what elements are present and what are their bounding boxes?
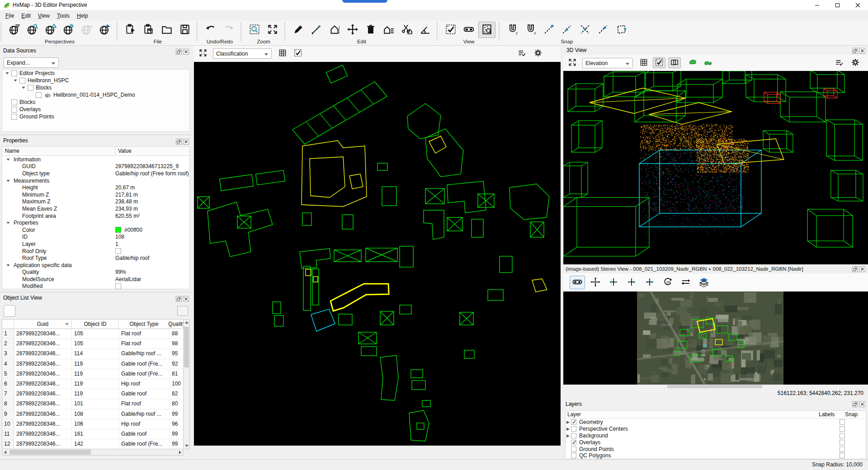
close-panel-icon[interactable] bbox=[859, 401, 865, 407]
view3d-viewport[interactable] bbox=[563, 71, 868, 264]
color-swatch[interactable] bbox=[115, 227, 121, 233]
menu-view[interactable]: View bbox=[34, 11, 53, 20]
tree-expand-icon[interactable] bbox=[5, 71, 9, 75]
float-panel-icon[interactable] bbox=[176, 48, 182, 54]
rotate-180-button[interactable]: 180 bbox=[660, 276, 675, 289]
labels-checkbox[interactable] bbox=[840, 440, 845, 445]
zoom-fit-2d-button[interactable] bbox=[197, 48, 209, 59]
float-panel-icon[interactable] bbox=[852, 266, 858, 272]
zoom-fit-button[interactable] bbox=[264, 22, 281, 38]
measure-angle-button[interactable] bbox=[416, 22, 434, 38]
tree-item-heilbronn-hspc[interactable]: Heilbronn_HSPC bbox=[2, 77, 189, 84]
zoom-fit-3d-button[interactable] bbox=[566, 57, 579, 68]
layers-col-layer[interactable]: Layer bbox=[566, 411, 818, 418]
tree-checkbox[interactable] bbox=[36, 92, 42, 98]
properties-col-value[interactable]: Value bbox=[115, 147, 134, 155]
new-building-button[interactable] bbox=[326, 22, 343, 38]
zoom-window-button[interactable] bbox=[246, 22, 263, 38]
layer-checkbox[interactable] bbox=[571, 446, 576, 452]
object-row-8[interactable]: 8 2879892208346... 101 Flat roof 80 bbox=[2, 399, 183, 409]
property-row-color[interactable]: Color#00ff00 bbox=[2, 226, 189, 234]
tree-checkbox[interactable] bbox=[19, 78, 25, 84]
property-row-modelsource[interactable]: ModelSourceAerialLidar bbox=[2, 276, 189, 283]
move-cursor-button[interactable] bbox=[588, 276, 603, 289]
property-row-roof-type[interactable]: Roof TypeGable/hip roof bbox=[2, 254, 189, 262]
object-table-hscrollbar[interactable] bbox=[2, 449, 184, 456]
property-row-information[interactable]: Information bbox=[2, 156, 189, 163]
property-row-maximum-z[interactable]: Maximum Z238,48 m bbox=[2, 198, 189, 206]
property-row-height[interactable]: Height20,67 m bbox=[2, 184, 189, 191]
labels-checkbox[interactable] bbox=[840, 419, 845, 425]
object-row-4[interactable]: 4 2879892208346... 119 Gable roof (Fre..… bbox=[2, 359, 183, 369]
col-quality[interactable]: Quality bbox=[170, 320, 184, 329]
object-row-2[interactable]: 2 2879892208346... 105 Flat roof 98 bbox=[2, 339, 183, 349]
property-row-properties[interactable]: Properties bbox=[2, 219, 189, 226]
layer-row-perspective-centers[interactable]: ▶ Perspective Centers bbox=[566, 426, 866, 432]
layers-col-labels[interactable]: Labels bbox=[818, 411, 844, 418]
globe-settings-button[interactable] bbox=[60, 22, 77, 38]
layer-row-ground-points[interactable]: Ground Points bbox=[566, 446, 866, 452]
overlay-layers-button[interactable] bbox=[696, 276, 712, 289]
classification-display-2d-button[interactable] bbox=[292, 48, 304, 59]
snap-midpoint-button[interactable] bbox=[558, 22, 576, 38]
maximize-button[interactable] bbox=[827, 0, 848, 10]
layer-checkbox[interactable] bbox=[571, 440, 576, 445]
col-object-id[interactable]: Object ID bbox=[72, 320, 119, 329]
layer-checkbox[interactable] bbox=[571, 453, 576, 458]
collapse-icon[interactable] bbox=[6, 221, 10, 225]
tree-checkbox[interactable] bbox=[11, 107, 17, 113]
redo-button[interactable] bbox=[220, 22, 237, 38]
property-row-quality[interactable]: Quality99% bbox=[2, 269, 189, 276]
tree-checkbox[interactable] bbox=[11, 99, 17, 105]
property-row-roof-only[interactable]: Roof Only bbox=[2, 248, 189, 255]
labels-checkbox[interactable] bbox=[840, 426, 845, 432]
menu-help[interactable]: Help bbox=[73, 11, 92, 20]
menu-edit[interactable]: Edit bbox=[18, 11, 34, 20]
globe-3d-button[interactable]: 3D bbox=[78, 22, 95, 38]
undo-button[interactable] bbox=[202, 22, 219, 38]
minimize-button[interactable] bbox=[807, 0, 827, 10]
tree-checkbox[interactable] bbox=[11, 70, 17, 76]
move-right-image-button[interactable] bbox=[624, 276, 639, 289]
delete-object-button[interactable] bbox=[362, 22, 379, 38]
property-checkbox[interactable] bbox=[115, 283, 121, 289]
swap-views-button[interactable] bbox=[678, 276, 693, 289]
object-row-3[interactable]: 3 2879892208346... 114 Gable/hip roof ..… bbox=[2, 349, 183, 359]
tree-item-editor-projects[interactable]: Editor Projects bbox=[2, 70, 189, 77]
tree-item-overlays[interactable]: Overlays bbox=[2, 106, 189, 113]
property-row-modified[interactable]: Modified bbox=[2, 283, 189, 290]
object-table-vscrollbar[interactable] bbox=[184, 319, 190, 449]
object-row-11[interactable]: 11 2879892208346... 161 Gable roof 99 bbox=[2, 429, 183, 439]
labels-checkbox[interactable] bbox=[840, 453, 845, 458]
expand-dropdown[interactable]: Expand... bbox=[4, 57, 59, 68]
import-block-button[interactable] bbox=[122, 22, 139, 38]
collapse-icon[interactable] bbox=[6, 179, 10, 183]
classification-display-3d-button[interactable] bbox=[653, 57, 665, 68]
add-object-button[interactable] bbox=[4, 305, 15, 317]
collapse-icon[interactable] bbox=[6, 263, 10, 268]
tree-expand-icon[interactable] bbox=[21, 85, 26, 90]
close-button[interactable] bbox=[848, 0, 868, 10]
globe-start-button[interactable] bbox=[96, 22, 113, 38]
snap-endpoint-button[interactable] bbox=[540, 22, 557, 38]
tree-checkbox[interactable] bbox=[28, 85, 33, 91]
mesh-model-button[interactable] bbox=[686, 57, 699, 68]
menu-tools[interactable]: Tools bbox=[53, 11, 73, 20]
layer-expand-icon[interactable]: ▶ bbox=[566, 420, 571, 424]
property-row-guid[interactable]: GUID2879892208346713225_9 bbox=[2, 163, 189, 170]
layer-row-background[interactable]: ▶ Background bbox=[566, 432, 866, 439]
globe-filter-button[interactable] bbox=[6, 22, 23, 38]
save-block-button[interactable] bbox=[140, 22, 157, 38]
save-all-button[interactable] bbox=[176, 22, 193, 38]
move-objects-button[interactable] bbox=[344, 22, 361, 38]
object-row-9[interactable]: 9 2879892208346... 108 Gable/hip roof ..… bbox=[2, 409, 183, 419]
open-folder-button[interactable] bbox=[158, 22, 175, 38]
col-index[interactable] bbox=[2, 320, 14, 329]
layer-row-qc-polygons[interactable]: QC Polygons bbox=[566, 452, 866, 459]
draw-line-button[interactable] bbox=[308, 22, 325, 38]
tree-item-blocks[interactable]: Blocks bbox=[2, 84, 189, 91]
labels-checkbox[interactable] bbox=[840, 446, 845, 452]
snap-3-points-button[interactable]: 3 bbox=[522, 22, 539, 38]
tree-item-blocks[interactable]: Blocks bbox=[2, 99, 189, 106]
attribute-table-2d-button[interactable] bbox=[276, 48, 289, 59]
